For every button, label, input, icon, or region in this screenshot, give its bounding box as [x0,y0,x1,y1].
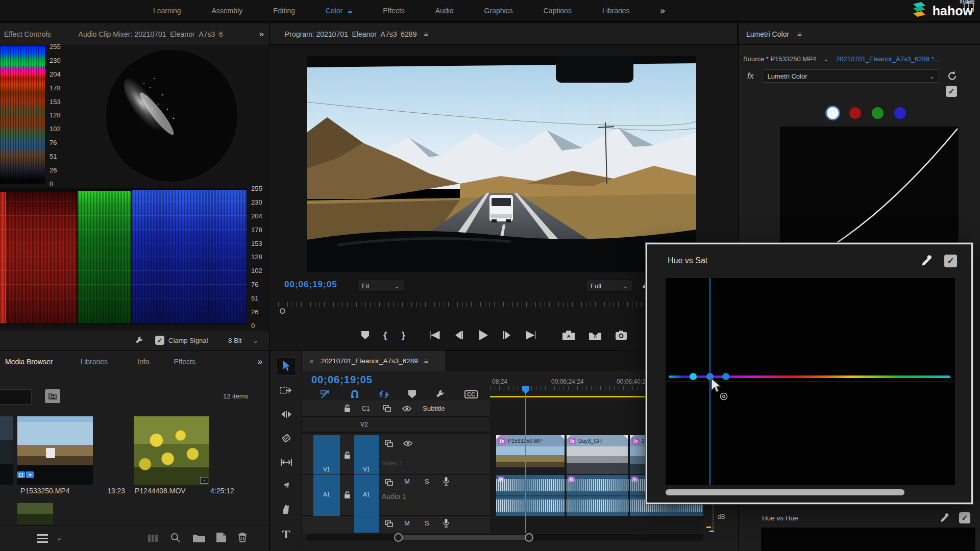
track-visibility-eye-icon[interactable] [402,406,411,412]
video-clip-p1533250[interactable]: fxP1533250.MP [496,435,566,474]
hue-vs-sat-curve-area[interactable] [666,278,955,485]
ripple-edit-tool-icon[interactable] [277,406,296,423]
program-seek-ruler[interactable] [278,302,648,307]
curve-channel-red[interactable] [849,107,861,119]
selection-tool-icon[interactable] [277,358,296,375]
extract-icon[interactable]: A [589,331,601,340]
program-zoom-select[interactable]: Fit⌄ [357,280,404,292]
step-forward-icon[interactable] [502,331,511,339]
clamp-signal-checkbox[interactable]: ✓ [155,336,164,345]
panel-overflow-icon[interactable]: » [259,29,264,39]
track-lock-icon[interactable] [344,452,351,459]
captions-cc-icon[interactable]: CC [464,390,478,398]
lumetri-effect-select[interactable]: Lumetri Color⌄ [763,69,939,83]
clip-trim-handle[interactable] [496,435,500,439]
new-item-icon[interactable] [216,533,226,542]
eyedropper-icon[interactable] [921,255,933,267]
workspace-tab-effects[interactable]: Effects [383,7,405,15]
type-tool-icon[interactable]: T [277,525,296,543]
thumbnail-view-icon[interactable] [148,535,158,542]
clip-thumb-partial[interactable] [17,503,53,524]
audio-clip-p1533250[interactable]: fx [496,475,566,516]
curve-control-point[interactable] [690,373,697,380]
delete-trash-icon[interactable] [238,532,247,542]
new-folder-icon[interactable] [193,534,205,542]
popup-horizontal-scrollbar[interactable] [666,489,904,495]
workspace-tab-assembly[interactable]: Assembly [212,7,243,15]
tab-libraries[interactable]: Libraries [80,358,108,366]
workspace-menu-icon[interactable]: ≡ [348,7,352,15]
program-resolution-select[interactable]: Full⌄ [586,280,633,292]
track-subtitle-label[interactable]: Subtitle [423,405,445,412]
track-select-tool-icon[interactable] [277,382,296,399]
program-seek-knob[interactable] [280,308,285,314]
clip-name[interactable]: P1244408.MOV [135,487,186,495]
hue-vs-sat-checkbox[interactable]: ✓ [944,255,957,267]
lumetri-sequence-link[interactable]: 20210701_Eleanor_A7s3_6289 *... [836,55,937,63]
linked-selection-icon[interactable] [379,390,389,399]
play-button-icon[interactable] [478,330,488,340]
pen-tool-icon[interactable] [277,478,296,495]
track-mic-icon[interactable] [443,519,449,528]
tab-audio-clip-mixer[interactable]: Audio Clip Mixer: 20210701_Eleanor_A7s3_… [79,30,223,38]
clip-name[interactable]: P1533250.MP4 [20,487,70,495]
hue-vs-hue-curve-area[interactable] [761,528,975,551]
track-solo-button[interactable]: S [425,478,429,485]
workspace-overflow-icon[interactable]: » [660,6,665,16]
go-to-out-icon[interactable] [526,331,537,339]
step-back-icon[interactable] [454,331,463,339]
curve-channel-white[interactable] [827,107,839,119]
timeline-tab[interactable]: 20210701_Eleanor_A7s3_6289 [321,357,418,365]
program-timecode[interactable]: 00;06;19;05 [284,280,337,290]
clip-trim-handle[interactable] [630,435,634,439]
media-path-input[interactable] [0,389,32,405]
mark-out-icon[interactable]: } [401,330,405,341]
hand-tool-icon[interactable] [277,502,296,519]
tab-info[interactable]: Info [137,358,149,366]
folder-search-icon[interactable] [45,389,60,403]
video-clip-day3gh[interactable]: fxDay3_GH [567,435,629,474]
timeline-tab-close-icon[interactable]: × [309,357,314,365]
tab-effect-controls[interactable]: Effect Controls [4,30,51,38]
track-mute-button[interactable]: M [404,478,410,485]
curve-channel-green[interactable] [872,107,884,119]
track-target-a1[interactable]: A1 [354,475,379,516]
clip-trim-handle[interactable] [560,435,565,439]
timeline-zoom-scrollbar[interactable] [306,534,728,541]
clip-thumb-p1244408[interactable]: ⇔ [134,416,209,485]
curve-control-point[interactable] [722,373,729,380]
bit-depth-select[interactable]: 8 Bit ⌄ [228,337,258,344]
lift-icon[interactable]: A [562,331,575,340]
track-sync-icon[interactable] [385,479,393,486]
track-solo-button[interactable]: S [425,519,429,527]
clip-trim-handle[interactable] [567,435,571,439]
panel-overflow-icon[interactable]: » [258,357,262,367]
track-c1-label[interactable]: C1 [362,405,370,412]
program-monitor-tab[interactable]: Program: 20210701_Eleanor_A7s3_6289 [285,30,416,38]
track-lock-icon[interactable] [344,405,351,412]
scrollbar-handle-left[interactable] [394,533,403,542]
razor-tool-icon[interactable] [277,430,296,447]
track-sync-icon[interactable] [385,520,393,527]
track-mute-button[interactable]: M [404,519,410,527]
workspace-tab-libraries[interactable]: Libraries [602,7,630,15]
lumetri-color-tab[interactable]: Lumetri Color [746,30,789,38]
chevron-down-icon[interactable]: ⌄ [56,534,63,541]
track-target-a2[interactable] [354,516,379,533]
add-marker-icon[interactable] [408,390,416,398]
workspace-tab-graphics[interactable]: Graphics [484,7,513,15]
lumetri-enable-checkbox[interactable]: ✓ [946,86,957,97]
snap-magnet-icon[interactable] [350,389,359,399]
reset-effect-icon[interactable] [947,71,958,81]
hue-vs-hue-checkbox[interactable]: ✓ [959,512,970,523]
track-visibility-eye-icon[interactable] [403,440,412,446]
source-patch-v1[interactable]: V1 [313,435,340,474]
workspace-tab-editing[interactable]: Editing [273,7,295,15]
track-lock-icon[interactable] [344,491,351,499]
workspace-tab-captions[interactable]: Captions [544,7,572,15]
zoom-search-icon[interactable] [170,533,181,543]
curve-channel-blue[interactable] [894,107,906,119]
tab-effects[interactable]: Effects [174,358,195,366]
nest-toggle-icon[interactable] [321,390,331,399]
lumetri-panel-menu-icon[interactable]: ≡ [797,30,802,38]
